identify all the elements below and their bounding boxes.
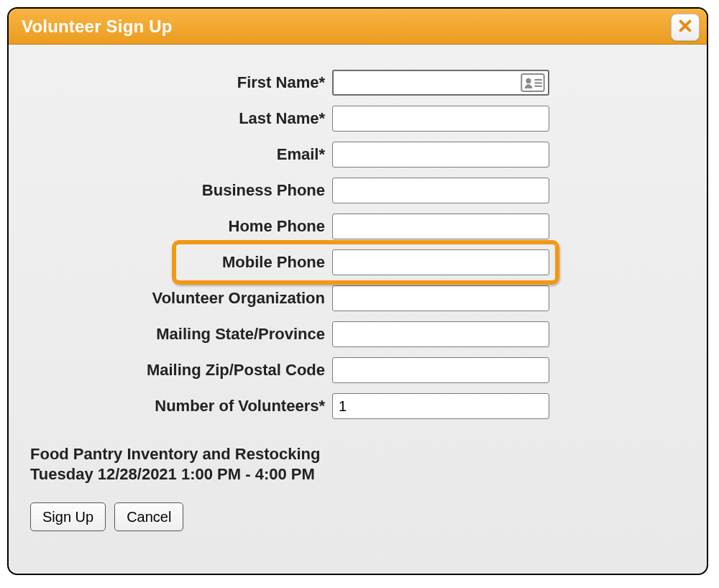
cancel-button[interactable]: Cancel — [114, 502, 183, 531]
mailing-state-input[interactable] — [332, 321, 549, 347]
event-info: Food Pantry Inventory and Restocking Tue… — [23, 444, 692, 484]
modal-title: Volunteer Sign Up — [22, 17, 173, 37]
row-email: Email* — [23, 137, 692, 173]
row-mailing-zip: Mailing Zip/Postal Code — [23, 352, 692, 388]
home-phone-input[interactable] — [332, 213, 549, 239]
first-name-input[interactable] — [332, 70, 549, 96]
svg-rect-2 — [535, 79, 542, 81]
sign-up-button[interactable]: Sign Up — [30, 502, 106, 531]
email-input[interactable] — [332, 142, 549, 167]
volunteer-signup-modal: Volunteer Sign Up First Name* — [7, 7, 708, 575]
row-business-phone: Business Phone — [23, 173, 692, 208]
volunteer-org-input[interactable] — [332, 285, 549, 311]
label-volunteer-org: Volunteer Organization — [23, 289, 325, 308]
modal-header: Volunteer Sign Up — [9, 9, 707, 45]
mobile-phone-input[interactable] — [332, 249, 549, 275]
last-name-input[interactable] — [332, 106, 549, 132]
contact-card-icon — [521, 73, 545, 93]
label-num-volunteers: Number of Volunteers* — [23, 397, 325, 415]
close-button[interactable] — [671, 14, 700, 41]
row-volunteer-org: Volunteer Organization — [23, 280, 692, 316]
row-last-name: Last Name* — [23, 101, 692, 137]
label-home-phone: Home Phone — [23, 217, 325, 236]
row-mobile-phone: Mobile Phone — [23, 244, 692, 280]
event-title: Food Pantry Inventory and Restocking — [30, 444, 692, 464]
label-email: Email* — [23, 145, 325, 164]
event-time: Tuesday 12/28/2021 1:00 PM - 4:00 PM — [30, 464, 692, 484]
modal-body: First Name* — [9, 45, 707, 531]
row-first-name: First Name* — [23, 65, 692, 101]
label-mailing-zip: Mailing Zip/Postal Code — [23, 361, 325, 380]
svg-point-1 — [526, 78, 531, 83]
button-row: Sign Up Cancel — [23, 502, 692, 531]
close-icon — [677, 18, 693, 37]
label-mailing-state: Mailing State/Province — [23, 325, 325, 344]
num-volunteers-input[interactable] — [332, 393, 549, 419]
row-mailing-state: Mailing State/Province — [23, 316, 692, 352]
label-last-name: Last Name* — [23, 109, 325, 128]
label-first-name: First Name* — [23, 73, 325, 92]
svg-rect-4 — [535, 86, 542, 87]
row-num-volunteers: Number of Volunteers* — [23, 388, 692, 424]
label-business-phone: Business Phone — [23, 181, 325, 200]
row-home-phone: Home Phone — [23, 208, 692, 244]
business-phone-input[interactable] — [332, 178, 549, 203]
svg-rect-3 — [535, 82, 542, 83]
label-mobile-phone: Mobile Phone — [23, 253, 325, 272]
mailing-zip-input[interactable] — [332, 357, 549, 383]
